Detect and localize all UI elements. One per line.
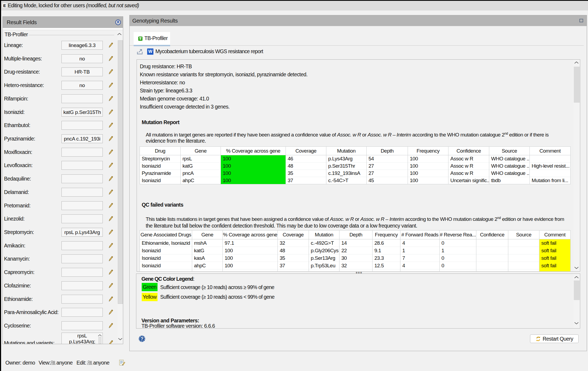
svg-text:?: ? <box>141 336 143 341</box>
